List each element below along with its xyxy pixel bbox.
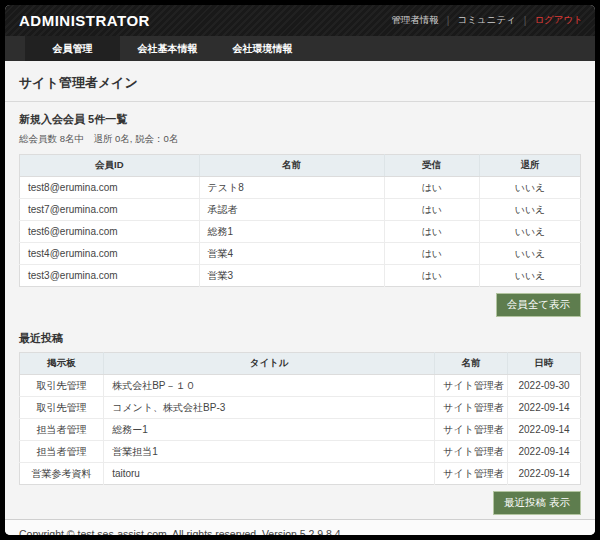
tab-member-management[interactable]: 会員管理 bbox=[25, 36, 120, 61]
table-row: 取引先管理 コメント、株式会社BP-3 サイト管理者 2022-09-14 bbox=[20, 397, 581, 419]
new-members-table: 会員ID 名前 受信 退所 test8@erumina.com テスト8 はい … bbox=[19, 154, 581, 287]
cell-receive: はい bbox=[384, 199, 479, 221]
cell-name: サイト管理者 bbox=[435, 397, 508, 419]
member-count-summary: 総会員数 8名中 退所 0名, 脱会：0名 bbox=[5, 131, 595, 152]
cell-leave: いいえ bbox=[480, 265, 581, 287]
cell-name: サイト管理者 bbox=[435, 419, 508, 441]
cell-member-id: test7@erumina.com bbox=[20, 199, 200, 221]
column-header-leave: 退所 bbox=[480, 155, 581, 177]
table-row: 営業参考資料 taitoru サイト管理者 2022-09-14 bbox=[20, 463, 581, 485]
column-header-member-id: 会員ID bbox=[20, 155, 200, 177]
column-header-receive: 受信 bbox=[384, 155, 479, 177]
table-header-row: 会員ID 名前 受信 退所 bbox=[20, 155, 581, 177]
window-frame: ADMINISTRATOR 管理者情報 | コミュニティ | ログアウト 会員管… bbox=[0, 0, 600, 540]
tab-company-basic-info[interactable]: 会社基本情報 bbox=[120, 36, 215, 61]
cell-name: サイト管理者 bbox=[435, 375, 508, 397]
cell-title: 総務ー1 bbox=[104, 419, 435, 441]
link-divider: | bbox=[447, 15, 450, 26]
cell-title: 株式会社BP－１０ bbox=[104, 375, 435, 397]
admin-info-link[interactable]: 管理者情報 bbox=[391, 14, 439, 27]
cell-date: 2022-09-14 bbox=[508, 441, 581, 463]
posts-button-row: 最近投稿 表示 bbox=[5, 485, 595, 519]
cell-date: 2022-09-14 bbox=[508, 397, 581, 419]
cell-title: 営業担当1 bbox=[104, 441, 435, 463]
cell-leave: いいえ bbox=[480, 243, 581, 265]
page-footer: Copyright © test.ses-assist.com. All rig… bbox=[5, 519, 595, 535]
cell-name: サイト管理者 bbox=[435, 441, 508, 463]
cell-leave: いいえ bbox=[480, 177, 581, 199]
cell-board: 担当者管理 bbox=[20, 441, 104, 463]
cell-member-id: test3@erumina.com bbox=[20, 265, 200, 287]
cell-name: 営業3 bbox=[199, 265, 384, 287]
cell-leave: いいえ bbox=[480, 221, 581, 243]
cell-date: 2022-09-30 bbox=[508, 375, 581, 397]
cell-board: 取引先管理 bbox=[20, 375, 104, 397]
table-row: 担当者管理 営業担当1 サイト管理者 2022-09-14 bbox=[20, 441, 581, 463]
new-members-section-title: 新規入会会員 5件一覧 bbox=[5, 102, 595, 131]
cell-board: 取引先管理 bbox=[20, 397, 104, 419]
table-row: test7@erumina.com 承認者 はい いいえ bbox=[20, 199, 581, 221]
header-links: 管理者情報 | コミュニティ | ログアウト bbox=[391, 14, 583, 27]
community-link[interactable]: コミュニティ bbox=[457, 14, 515, 27]
recent-posts-section-title: 最近投稿 bbox=[5, 321, 595, 350]
cell-name: テスト8 bbox=[199, 177, 384, 199]
column-header-date: 日時 bbox=[508, 353, 581, 375]
table-row: test3@erumina.com 営業3 はい いいえ bbox=[20, 265, 581, 287]
cell-member-id: test4@erumina.com bbox=[20, 243, 200, 265]
table-row: test4@erumina.com 営業4 はい いいえ bbox=[20, 243, 581, 265]
table-row: test8@erumina.com テスト8 はい いいえ bbox=[20, 177, 581, 199]
logout-link[interactable]: ログアウト bbox=[534, 14, 583, 27]
cell-name: サイト管理者 bbox=[435, 463, 508, 485]
top-header-bar: ADMINISTRATOR 管理者情報 | コミュニティ | ログアウト bbox=[5, 5, 595, 36]
page-title: サイト管理者メイン bbox=[5, 61, 595, 102]
cell-leave: いいえ bbox=[480, 199, 581, 221]
cell-date: 2022-09-14 bbox=[508, 419, 581, 441]
cell-board: 担当者管理 bbox=[20, 419, 104, 441]
cell-name: 営業4 bbox=[199, 243, 384, 265]
cell-name: 総務1 bbox=[199, 221, 384, 243]
cell-date: 2022-09-14 bbox=[508, 463, 581, 485]
cell-name: 承認者 bbox=[199, 199, 384, 221]
main-content: サイト管理者メイン 新規入会会員 5件一覧 総会員数 8名中 退所 0名, 脱会… bbox=[5, 61, 595, 519]
brand-logo: ADMINISTRATOR bbox=[19, 12, 150, 29]
cell-receive: はい bbox=[384, 177, 479, 199]
table-row: test6@erumina.com 総務1 はい いいえ bbox=[20, 221, 581, 243]
show-all-members-button[interactable]: 会員全て表示 bbox=[496, 293, 581, 317]
column-header-title: タイトル bbox=[104, 353, 435, 375]
column-header-name: 名前 bbox=[199, 155, 384, 177]
members-button-row: 会員全て表示 bbox=[5, 287, 595, 321]
column-header-name: 名前 bbox=[435, 353, 508, 375]
recent-posts-table: 掲示板 タイトル 名前 日時 取引先管理 株式会社BP－１０ サイト管理者 20… bbox=[19, 352, 581, 485]
copyright-text: Copyright © test.ses-assist.com. All rig… bbox=[19, 528, 581, 535]
cell-receive: はい bbox=[384, 265, 479, 287]
cell-member-id: test6@erumina.com bbox=[20, 221, 200, 243]
cell-member-id: test8@erumina.com bbox=[20, 177, 200, 199]
cell-board: 営業参考資料 bbox=[20, 463, 104, 485]
cell-title: taitoru bbox=[104, 463, 435, 485]
table-header-row: 掲示板 タイトル 名前 日時 bbox=[20, 353, 581, 375]
show-recent-posts-button[interactable]: 最近投稿 表示 bbox=[493, 491, 581, 515]
cell-receive: はい bbox=[384, 221, 479, 243]
admin-page: ADMINISTRATOR 管理者情報 | コミュニティ | ログアウト 会員管… bbox=[5, 5, 595, 535]
tab-company-env-info[interactable]: 会社環境情報 bbox=[215, 36, 310, 61]
cell-title: コメント、株式会社BP-3 bbox=[104, 397, 435, 419]
table-row: 取引先管理 株式会社BP－１０ サイト管理者 2022-09-30 bbox=[20, 375, 581, 397]
nav-tab-bar: 会員管理 会社基本情報 会社環境情報 bbox=[5, 36, 595, 61]
column-header-board: 掲示板 bbox=[20, 353, 104, 375]
cell-receive: はい bbox=[384, 243, 479, 265]
link-divider: | bbox=[524, 15, 527, 26]
table-row: 担当者管理 総務ー1 サイト管理者 2022-09-14 bbox=[20, 419, 581, 441]
